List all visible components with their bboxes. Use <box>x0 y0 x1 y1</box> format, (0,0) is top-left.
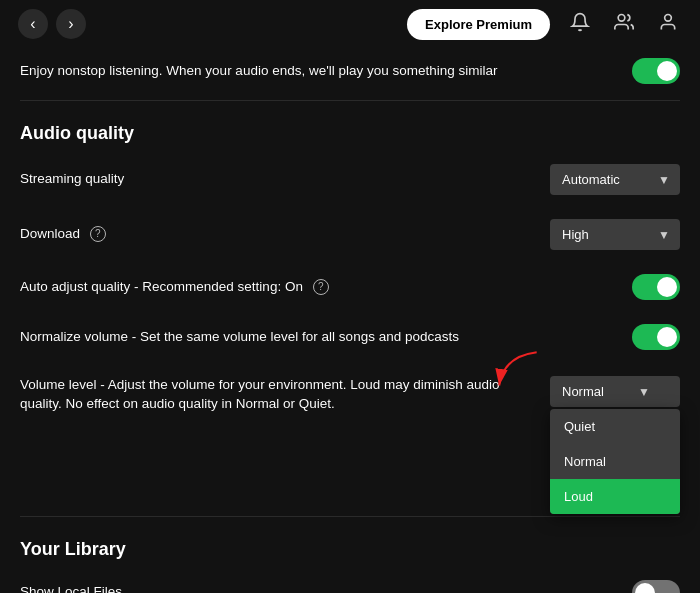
settings-content: Enjoy nonstop listening. When your audio… <box>0 48 700 593</box>
volume-level-row: Volume level - Adjust the volume for you… <box>20 362 680 426</box>
streaming-quality-select[interactable]: Automatic Low Normal High Very High <box>550 164 680 195</box>
top-right-actions: Explore Premium <box>407 8 682 41</box>
auto-adjust-row: Auto adjust quality - Recommended settin… <box>20 262 680 312</box>
autoplay-row: Enjoy nonstop listening. When your audio… <box>20 48 680 96</box>
nav-buttons: ‹ › <box>18 9 86 39</box>
volume-dropdown-container: Normal ▼ Quiet Normal Loud <box>550 376 680 407</box>
show-local-files-row: Show Local Files <box>20 568 680 593</box>
download-row: Download ? Low Normal High Very High ▼ <box>20 207 680 262</box>
volume-select-box[interactable]: Normal ▼ <box>550 376 680 407</box>
svg-point-1 <box>665 14 672 21</box>
volume-option-quiet[interactable]: Quiet <box>550 409 680 444</box>
streaming-quality-select-wrapper: Automatic Low Normal High Very High ▼ <box>550 164 680 195</box>
show-local-files-label: Show Local Files <box>20 583 632 593</box>
show-local-files-toggle-slider <box>632 580 680 593</box>
profile-button[interactable] <box>654 8 682 41</box>
download-label: Download ? <box>20 225 550 244</box>
streaming-quality-row: Streaming quality Automatic Low Normal H… <box>20 152 680 207</box>
profile-icon <box>658 12 678 32</box>
auto-adjust-label: Auto adjust quality - Recommended settin… <box>20 278 632 297</box>
volume-level-label: Volume level - Adjust the volume for you… <box>20 376 550 414</box>
social-button[interactable] <box>610 8 638 41</box>
normalize-toggle[interactable] <box>632 324 680 350</box>
auto-adjust-help-icon[interactable]: ? <box>313 279 329 295</box>
volume-selected-value: Normal <box>562 384 604 399</box>
download-select[interactable]: Low Normal High Very High <box>550 219 680 250</box>
your-library-title: Your Library <box>20 521 680 568</box>
download-help-icon[interactable]: ? <box>90 226 106 242</box>
autoplay-toggle[interactable] <box>632 58 680 84</box>
forward-button[interactable]: › <box>56 9 86 39</box>
friends-icon <box>614 12 634 32</box>
normalize-row: Normalize volume - Set the same volume l… <box>20 312 680 362</box>
auto-adjust-toggle-slider <box>632 274 680 300</box>
audio-quality-title: Audio quality <box>20 105 680 152</box>
auto-adjust-toggle[interactable] <box>632 274 680 300</box>
normalize-label: Normalize volume - Set the same volume l… <box>20 328 632 347</box>
bell-icon <box>570 12 590 32</box>
notifications-button[interactable] <box>566 8 594 41</box>
volume-dropdown-arrow: ▼ <box>638 385 650 399</box>
volume-dropdown-menu: Quiet Normal Loud <box>550 409 680 514</box>
download-select-wrapper: Low Normal High Very High ▼ <box>550 219 680 250</box>
show-local-files-toggle[interactable] <box>632 580 680 593</box>
divider-2 <box>20 516 680 517</box>
divider-1 <box>20 100 680 101</box>
svg-point-0 <box>618 14 625 21</box>
volume-option-normal[interactable]: Normal <box>550 444 680 479</box>
back-button[interactable]: ‹ <box>18 9 48 39</box>
explore-premium-button[interactable]: Explore Premium <box>407 9 550 40</box>
normalize-toggle-slider <box>632 324 680 350</box>
autoplay-label: Enjoy nonstop listening. When your audio… <box>20 62 632 81</box>
volume-option-loud[interactable]: Loud <box>550 479 680 514</box>
autoplay-toggle-slider <box>632 58 680 84</box>
top-bar: ‹ › Explore Premium <box>0 0 700 48</box>
streaming-quality-label: Streaming quality <box>20 170 550 189</box>
